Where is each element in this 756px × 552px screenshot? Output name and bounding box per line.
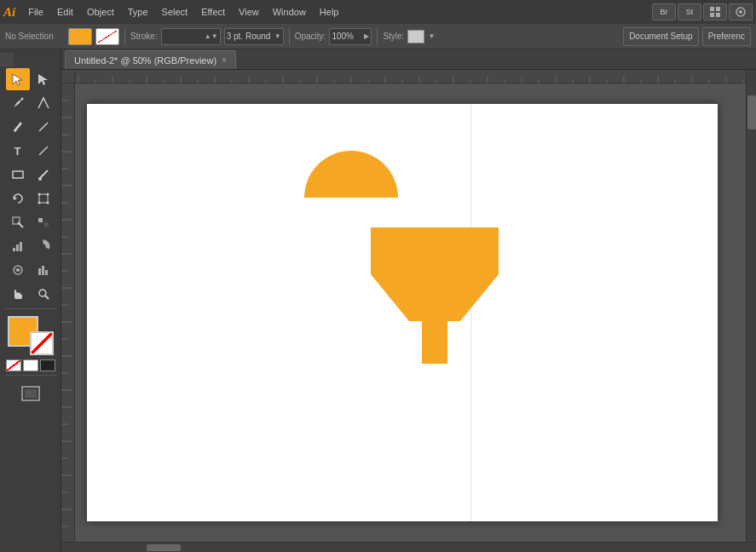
zoom-tool[interactable] [32,283,55,305]
tool-row-4: T [6,140,55,162]
svg-point-16 [46,193,49,196]
app-logo: Ai [3,5,15,20]
column-graph-tool[interactable] [32,259,55,281]
opacity-arrow-icon: ▶ [364,32,369,40]
stroke-style-dropdown[interactable]: 3 pt. Round ▼ [224,28,284,45]
svg-rect-0 [710,7,714,11]
rectangle-tool[interactable] [6,164,30,186]
svg-point-5 [739,10,742,14]
svg-point-12 [38,177,42,181]
preferences-button[interactable]: Preferenc [702,27,751,46]
tool-row-5 [6,164,55,186]
none-swatch[interactable] [6,359,21,371]
rotate-tool[interactable] [6,187,30,210]
opacity-input[interactable]: 100% ▶ [329,28,372,45]
svg-rect-77 [422,321,447,364]
blend-tool[interactable] [32,211,55,233]
svg-rect-23 [13,248,15,251]
symbol-tool[interactable] [6,259,30,281]
svg-line-10 [39,147,48,155]
menu-view[interactable]: View [233,5,265,19]
toolbar: No Selection Stroke: ▲▼ 3 pt. Round ▼ Op… [0,24,756,49]
svg-marker-6 [13,74,22,85]
menu-window[interactable]: Window [267,5,312,19]
svg-rect-22 [44,222,49,227]
line-tool[interactable] [32,140,55,162]
smooth-tool[interactable] [32,116,55,138]
extra-swatches-row [6,359,55,371]
divider-1 [124,28,125,45]
menu-help[interactable]: Help [314,5,345,19]
chart-tool[interactable] [32,235,55,257]
tool-row-6 [6,187,55,210]
document-setup-button[interactable]: Document Setup [623,27,699,46]
svg-point-18 [46,202,49,204]
stroke-width-input[interactable]: ▲▼ [161,28,221,45]
stroke-swatch[interactable] [30,331,54,355]
graph-tool[interactable] [6,235,30,257]
svg-point-31 [39,290,46,296]
menu-object[interactable]: Object [81,5,120,19]
black-swatch[interactable] [40,359,55,371]
ruler-top [61,70,756,83]
tab-close-button[interactable]: × [222,55,227,65]
svg-line-32 [45,296,49,299]
svg-rect-11 [13,171,23,178]
hand-tool[interactable] [6,283,30,305]
horizontal-scrollbar[interactable] [61,542,756,552]
anchor-point-tool[interactable] [32,92,55,114]
svg-rect-25 [20,242,22,251]
menu-select[interactable]: Select [156,5,194,19]
vertical-scrollbar[interactable] [746,70,756,542]
svg-rect-14 [39,194,48,203]
fill-color-swatch[interactable] [68,28,92,45]
svg-point-15 [38,193,40,196]
menu-bar: Ai File Edit Object Type Select Effect V… [0,0,756,24]
canvas-area[interactable] [61,70,756,542]
divider-3 [377,28,378,45]
grid-app-icon[interactable] [703,3,727,20]
svg-point-8 [20,98,23,101]
semicircle-shape[interactable] [304,151,398,198]
color-swatches [8,316,54,355]
white-swatch[interactable] [23,359,38,371]
transform-tool[interactable] [32,187,55,210]
tool-row-7 [6,211,55,233]
ruler-left [61,70,75,83]
opacity-label: Opacity: [295,32,326,41]
svg-rect-24 [16,244,19,251]
tool-row-9 [6,259,55,281]
style-swatch[interactable] [407,30,424,43]
eyedropper-tool[interactable] [6,211,30,233]
type-tool[interactable]: T [6,140,30,162]
svg-rect-29 [42,266,44,275]
pencil-tool[interactable] [6,116,30,138]
funnel-shape[interactable] [371,227,499,364]
svg-rect-2 [710,13,714,17]
paintbrush-tool[interactable] [32,164,55,186]
menu-edit[interactable]: Edit [51,5,79,19]
svg-line-9 [39,123,48,131]
menu-effect[interactable]: Effect [195,5,231,19]
stroke-color-swatch[interactable] [95,28,119,45]
svg-marker-7 [38,74,48,85]
svg-point-26 [39,242,48,250]
document-tab[interactable]: Untitled-2* @ 50% (RGB/Preview) × [65,50,236,69]
svg-marker-13 [14,196,17,200]
direct-selection-tool[interactable] [32,68,55,90]
stock-app-icon[interactable]: St [678,3,701,20]
tool-separator-2 [5,375,56,376]
stroke-arrow-icon: ▲▼ [205,32,218,40]
svg-rect-30 [45,270,48,275]
selection-tool[interactable] [6,68,30,90]
bridge-app-icon[interactable]: Br [652,3,676,20]
divider-2 [289,28,290,45]
screen-mode-tool[interactable] [19,382,43,405]
stroke-style-arrow-icon: ▼ [274,32,281,40]
content-area: Untitled-2* @ 50% (RGB/Preview) × [61,49,756,552]
pen-tool[interactable] [6,92,30,114]
menu-type[interactable]: Type [122,5,154,19]
tool-row-10 [6,283,55,305]
settings-app-icon[interactable] [729,3,753,20]
menu-file[interactable]: File [22,5,49,19]
